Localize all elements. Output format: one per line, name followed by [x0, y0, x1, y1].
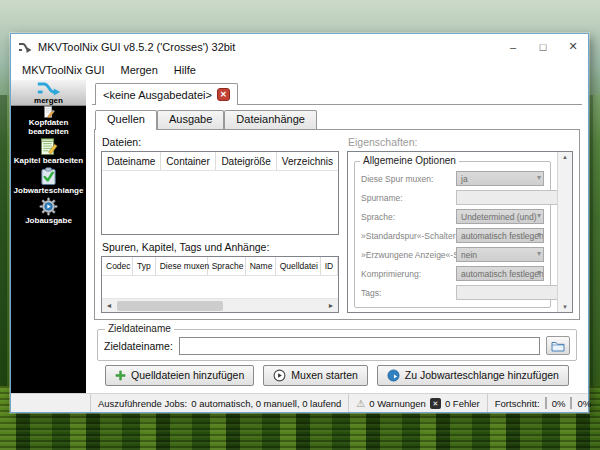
destination-group-title: Zieldateiname [105, 323, 174, 334]
add-source-files-button[interactable]: Quelldateien hinzufügen [105, 365, 254, 386]
tracks-table-body[interactable] [102, 276, 338, 298]
field-label: »Standardspur«-Schalter: [361, 231, 456, 241]
scroll-down-icon[interactable]: ▼ [562, 304, 568, 310]
column-header[interactable]: Quelldatei [276, 257, 321, 275]
field-label: Spurname: [361, 193, 456, 203]
files-label: Dateien: [102, 136, 339, 148]
column-header[interactable]: Codec [102, 257, 133, 275]
action-button-row: Quelldateien hinzufügen Muxen starten [94, 361, 580, 393]
menu-mkvtoolnix-gui[interactable]: MKVToolNix GUI [14, 61, 113, 79]
sidebar-item-label: Jobausgabe [25, 216, 72, 225]
desktop-wallpaper: MKVToolNix GUI v8.5.2 ('Crosses') 32bit … [0, 0, 600, 450]
horizontal-scrollbar[interactable]: ◄ ► [102, 298, 338, 312]
tab-close-icon[interactable]: ✕ [217, 88, 230, 101]
sidebar-item-mergen[interactable]: mergen [11, 80, 86, 106]
add-icon [115, 370, 126, 381]
progress-bar-current [545, 397, 547, 409]
column-header[interactable]: Typ [133, 257, 156, 275]
column-header[interactable]: Diese muxen [156, 257, 208, 275]
status-progress: Fortschritt: 0% 0% [488, 394, 588, 412]
merge-icon [35, 80, 63, 96]
chapter-editor-icon [39, 137, 58, 156]
progress-label: Fortschritt: [495, 398, 540, 409]
menu-bar: MKVToolNix GUI Mergen Hilfe [11, 59, 588, 80]
spurname-input[interactable] [456, 190, 557, 205]
merge-tab-bar: Quellen Ausgabe Dateianhänge [94, 110, 580, 129]
document-tab[interactable]: <keine Ausgabedatei> ✕ [95, 83, 238, 105]
status-bar: Auszuführende Jobs: 0 automatisch, 0 man… [11, 393, 588, 412]
mkvtoolnix-window: MKVToolNix GUI v8.5.2 ('Crosses') 32bit … [10, 33, 589, 413]
sidebar-item-jobausgabe[interactable]: Jobausgabe [11, 196, 86, 226]
tab-dateianhaenge[interactable]: Dateianhänge [224, 110, 317, 130]
sidebar: mergen Kopfdaten bearbeiten [11, 80, 86, 393]
jobs-value: 0 automatisch, 0 manuell, 0 laufend [191, 398, 341, 409]
document-pane: Quellen Ausgabe Dateianhänge Dateien: Da… [92, 104, 582, 393]
sidebar-item-kopfdaten[interactable]: Kopfdaten bearbeiten [11, 106, 86, 136]
tab-quellen[interactable]: Quellen [95, 110, 157, 130]
button-label: Zu Jobwarteschlange hinzufügen [405, 369, 559, 381]
warnings-count: 0 Warnungen [369, 398, 426, 409]
sidebar-item-jobwarteschlange[interactable]: Jobwarteschlange [11, 166, 86, 196]
quellen-page: Dateien: Dateiname Container Dateigröße … [94, 129, 580, 320]
tracks-label: Spuren, Kapitel, Tags und Anhänge: [102, 241, 339, 253]
column-header[interactable]: Verzeichnis [277, 152, 338, 170]
tracks-table-header: Codec Typ Diese muxen Sprache Name Quell… [102, 257, 338, 276]
destination-label: Zieldateiname: [104, 340, 173, 352]
column-header[interactable]: ID [321, 257, 338, 275]
column-header[interactable]: Dateigröße [216, 152, 276, 170]
column-header[interactable]: Container [161, 152, 216, 170]
destination-browse-button[interactable] [546, 336, 570, 355]
files-table-body[interactable] [102, 171, 338, 234]
jobs-label: Auszuführende Jobs: [98, 398, 187, 409]
sidebar-item-label: Kapitel bearbeiten [14, 156, 83, 165]
scrollbar-thumb[interactable] [117, 301, 223, 311]
tracks-table[interactable]: Codec Typ Diese muxen Sprache Name Quell… [101, 256, 339, 313]
tags-input[interactable] [456, 285, 557, 300]
field-label: Diese Spur muxen: [361, 174, 456, 184]
warning-icon: ⚠ [356, 398, 365, 409]
standardspur-select[interactable]: automatisch festlegen [456, 228, 544, 243]
erzwungene-anzeige-select[interactable]: nein [456, 247, 544, 262]
properties-label: Eigenschaften: [348, 136, 573, 148]
destination-group: Zieldateiname Zieldateiname: [97, 329, 577, 361]
document-tab-bar: <keine Ausgabedatei> ✕ [92, 83, 582, 104]
main-area: <keine Ausgabedatei> ✕ Quellen Ausgabe D… [86, 80, 588, 393]
job-output-icon [39, 197, 58, 216]
destination-input[interactable] [179, 337, 540, 355]
scroll-right-icon[interactable]: ► [324, 302, 338, 309]
maximize-button[interactable]: □ [528, 34, 558, 59]
close-button[interactable]: ✕ [558, 34, 588, 59]
status-jobs: Auszuführende Jobs: 0 automatisch, 0 man… [91, 394, 349, 412]
sidebar-item-label: Jobwarteschlange [14, 186, 84, 195]
error-icon: ✕ [430, 398, 441, 409]
play-icon [273, 369, 286, 382]
field-label: Komprimierung: [361, 269, 456, 279]
menu-hilfe[interactable]: Hilfe [166, 61, 204, 79]
files-table-header: Dateiname Container Dateigröße Verzeichn… [102, 152, 338, 171]
sprache-select[interactable]: Undetermined (und) [456, 209, 544, 224]
diese-spur-muxen-select[interactable]: ja [456, 171, 544, 186]
progress-total-value: 0% [577, 398, 591, 409]
vertical-scrollbar[interactable]: ▲ ▼ [557, 152, 572, 312]
scroll-left-icon[interactable]: ◄ [102, 302, 116, 309]
tab-ausgabe[interactable]: Ausgabe [157, 110, 224, 130]
properties-panel: Allgemeine Optionen Diese Spur muxen: ja… [347, 151, 573, 313]
sidebar-item-label: Kopfdaten bearbeiten [11, 118, 86, 136]
column-header[interactable]: Sprache [208, 257, 246, 275]
field-label: »Erzwungene Anzeige«-Schalter: [361, 250, 456, 260]
sidebar-item-kapitel[interactable]: Kapitel bearbeiten [11, 136, 86, 166]
minimize-button[interactable]: – [498, 34, 528, 59]
app-icon [18, 40, 32, 54]
scroll-up-icon[interactable]: ▲ [562, 154, 568, 160]
progress-current-value: 0% [552, 398, 566, 409]
column-header[interactable]: Dateiname [102, 152, 161, 170]
start-muxing-button[interactable]: Muxen starten [263, 365, 368, 386]
group-title: Allgemeine Optionen [360, 155, 459, 166]
column-header[interactable]: Name [246, 257, 276, 275]
menu-mergen[interactable]: Mergen [113, 61, 166, 79]
files-table[interactable]: Dateiname Container Dateigröße Verzeichn… [101, 151, 339, 235]
komprimierung-select[interactable]: automatisch festlegen [456, 266, 544, 281]
window-title: MKVToolNix GUI v8.5.2 ('Crosses') 32bit [38, 41, 235, 53]
add-to-job-queue-button[interactable]: Zu Jobwarteschlange hinzufügen [377, 365, 569, 386]
group-allgemeine-optionen: Allgemeine Optionen Diese Spur muxen: ja… [354, 161, 551, 308]
